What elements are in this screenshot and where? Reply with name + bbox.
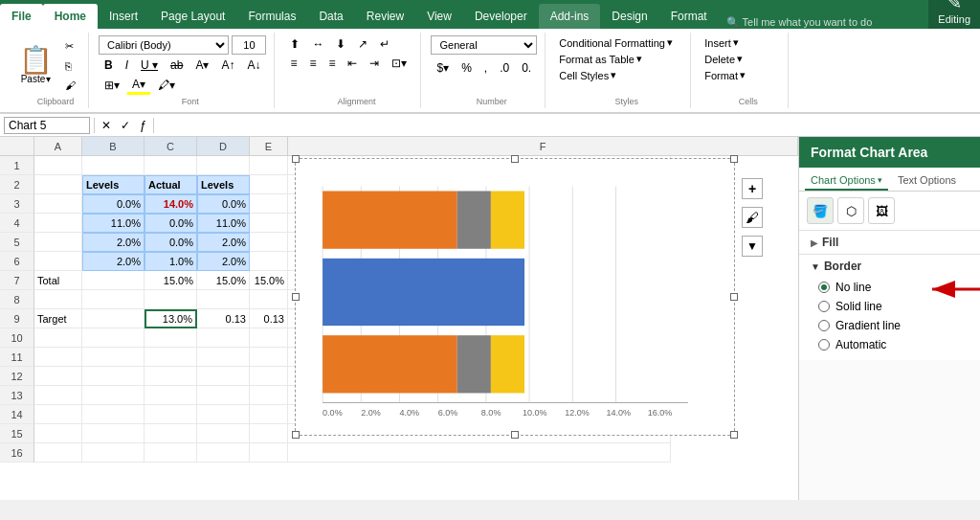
wrap-text-button[interactable]: ↵ [374,35,395,53]
tab-developer[interactable]: Developer [463,4,539,29]
col-A[interactable]: A [34,137,82,155]
cell-A4[interactable] [34,214,82,233]
bold-button[interactable]: B [99,57,119,74]
tab-file[interactable]: File [0,4,43,29]
cell-D7[interactable]: 15.0% [197,271,250,290]
border-section-header[interactable]: ▼ Border [799,255,980,278]
cell-A7[interactable]: Total [34,271,82,290]
automatic-option[interactable]: Automatic [799,335,980,354]
tab-design[interactable]: Design [600,4,658,29]
conditional-formatting-button[interactable]: Conditional Formatting ▾ [555,35,682,50]
tab-data[interactable]: Data [307,4,354,29]
borders-button[interactable]: ⊞▾ [99,76,125,95]
solid-line-radio[interactable] [818,301,830,312]
tell-me-box[interactable]: 🔍 Tell me what you want to do [726,16,873,29]
chart-filter-button[interactable]: ▼ [742,236,763,257]
cell-B5[interactable]: 2.0% [82,233,145,252]
gradient-line-radio[interactable] [818,320,830,331]
shape-icon-button[interactable]: ⬡ [837,197,864,224]
font-size-input[interactable] [232,35,266,55]
cell-B2[interactable]: Levels [82,175,145,194]
cut-button[interactable]: ✂ [60,37,80,56]
cell-B3[interactable]: 0.0% [82,194,145,214]
cell-C7[interactable]: 15.0% [145,271,197,290]
increase-decimal-button[interactable]: .0 [494,59,515,77]
cell-C1[interactable] [145,156,197,175]
underline-button[interactable]: U ▾ [135,57,164,74]
col-D[interactable]: D [197,137,250,155]
cell-A6[interactable] [34,252,82,271]
chart-style-button[interactable]: 🖌 [742,207,763,228]
insert-button[interactable]: Insert ▾ [701,35,780,50]
currency-button[interactable]: $▾ [431,59,455,77]
cell-A5[interactable] [34,233,82,252]
italic-button[interactable]: I [120,57,134,74]
chart-area[interactable]: + 🖌 ▼ 0.0% 2.0% 4.0% 6.0% 8.0% 10.0% 12.… [295,158,735,436]
align-bottom-button[interactable]: ⬇ [330,35,351,53]
cell-D3[interactable]: 0.0% [197,194,250,214]
resize-handle-tr[interactable] [730,155,738,163]
resize-handle-br[interactable] [730,431,738,439]
col-E[interactable]: E [250,137,288,155]
percent-button[interactable]: % [456,59,478,77]
font-color-button[interactable]: A▾ [189,57,214,74]
cell-B7[interactable] [82,271,145,290]
chart-add-button[interactable]: + [742,178,763,199]
automatic-radio[interactable] [818,339,830,350]
cell-D2[interactable]: Levels [197,175,250,194]
col-C[interactable]: C [145,137,197,155]
cell-E4[interactable] [250,214,288,233]
font-size-decrease-button[interactable]: A↓ [241,57,266,74]
tab-review[interactable]: Review [355,4,415,29]
strikethrough-button[interactable]: ab [165,57,189,74]
cell-B9[interactable] [82,309,145,328]
fill-color-button[interactable]: A▾ [126,76,151,95]
format-as-table-button[interactable]: Format as Table ▾ [555,52,682,66]
align-top-button[interactable]: ⬆ [284,35,305,53]
highlight-button[interactable]: 🖍▾ [152,76,181,95]
cell-E1[interactable] [250,156,288,175]
cell-E6[interactable] [250,252,288,271]
cell-C4[interactable]: 0.0% [145,214,197,233]
orientation-button[interactable]: ↗ [352,35,373,53]
paste-button[interactable]: 📋 Paste ▾ [15,45,56,86]
resize-handle-tc[interactable] [511,155,519,163]
text-options-tab[interactable]: Text Options [892,171,962,191]
tab-insert[interactable]: Insert [98,4,149,29]
fill-section-header[interactable]: ▶ Fill [799,231,980,254]
cell-E2[interactable] [250,175,288,194]
cell-D8[interactable] [197,290,250,309]
align-left-button[interactable]: ≡ [284,55,302,72]
cell-E7[interactable]: 15.0% [250,271,288,290]
cell-styles-button[interactable]: Cell Styles ▾ [555,68,682,82]
format-painter-button[interactable]: 🖌 [60,77,80,94]
cell-A9[interactable]: Target [34,309,82,328]
cell-A2[interactable] [34,175,82,194]
copy-button[interactable]: ⎘ [60,57,80,75]
cell-C5[interactable]: 0.0% [145,233,197,252]
insert-function-button[interactable]: ƒ [137,118,149,132]
font-family-select[interactable]: Calibri (Body) [99,35,229,55]
decrease-indent-button[interactable]: ⇤ [342,55,363,72]
tab-page-layout[interactable]: Page Layout [149,4,236,29]
cell-C9[interactable]: 13.0% [145,309,197,328]
cell-D5[interactable]: 2.0% [197,233,250,252]
tab-view[interactable]: View [415,4,463,29]
cell-E8[interactable] [250,290,288,309]
align-center-button[interactable]: ≡ [303,55,322,72]
delete-button[interactable]: Delete ▾ [701,52,780,66]
col-F[interactable]: F [288,137,798,155]
cell-E9[interactable]: 0.13 [250,309,288,328]
fill-effects-icon-button[interactable]: 🪣 [807,197,834,224]
tab-formulas[interactable]: Formulas [236,4,307,29]
no-line-radio[interactable] [818,282,830,293]
cell-B1[interactable] [82,156,145,175]
editing-button[interactable]: ✎ Editing [928,0,980,29]
cell-A1[interactable] [34,156,82,175]
picture-icon-button[interactable]: 🖼 [868,197,895,224]
col-B[interactable]: B [82,137,145,155]
decrease-decimal-button[interactable]: 0. [516,59,537,77]
resize-handle-ml[interactable] [292,293,300,301]
cell-D6[interactable]: 2.0% [197,252,250,271]
number-format-select[interactable]: General [431,35,537,55]
